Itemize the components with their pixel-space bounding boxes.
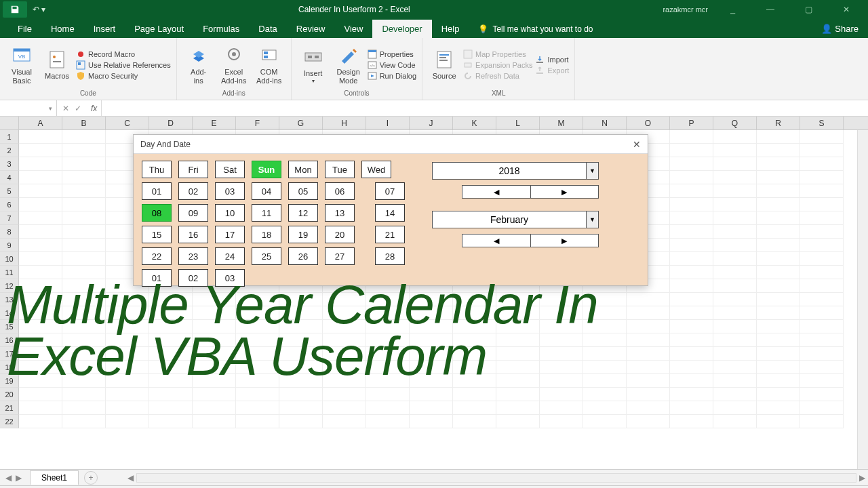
visual-basic-button[interactable]: VB Visual Basic (5, 41, 38, 89)
row-header[interactable]: 3 (0, 157, 19, 171)
tab-insert[interactable]: Insert (84, 20, 125, 38)
share-button[interactable]: 👤 Share (812, 20, 868, 38)
row-header[interactable]: 2 (0, 144, 19, 157)
sheet-nav-next-icon[interactable]: ▶ (16, 473, 22, 483)
tab-formulas[interactable]: Formulas (193, 20, 249, 38)
add-sheet-button[interactable]: + (84, 471, 98, 485)
column-header[interactable]: O (627, 117, 670, 129)
calendar-date-cell[interactable]: 24 (215, 247, 245, 265)
calendar-date-cell[interactable]: 05 (288, 182, 318, 200)
column-header[interactable]: R (757, 117, 800, 129)
cancel-icon[interactable]: ✕ (62, 104, 69, 113)
tab-data[interactable]: Data (249, 20, 286, 38)
relative-refs-button[interactable]: Use Relative References (76, 60, 171, 70)
row-header[interactable]: 5 (0, 184, 19, 198)
com-addins-button[interactable]: COM Add-ins (253, 41, 285, 89)
vertical-scrollbar[interactable] (857, 130, 868, 469)
column-header[interactable]: N (583, 117, 627, 129)
calendar-date-cell[interactable]: 09 (178, 204, 208, 222)
tab-help[interactable]: Help (432, 20, 469, 38)
calendar-date-cell[interactable]: 08 (142, 204, 172, 222)
record-macro-button[interactable]: Record Macro (76, 49, 171, 59)
macros-button[interactable]: Macros (41, 41, 73, 89)
view-code-button[interactable]: </>View Code (368, 60, 416, 70)
macro-security-button[interactable]: Macro Security (76, 71, 171, 81)
calendar-date-cell[interactable]: 16 (178, 226, 208, 243)
qat-undo-icon[interactable]: ↶ ▾ (33, 5, 45, 14)
userform-titlebar[interactable]: Day And Date ✕ (134, 135, 648, 154)
year-prev-button[interactable]: ◀ (462, 185, 531, 199)
design-mode-button[interactable]: Design Mode (332, 41, 365, 89)
calendar-date-cell[interactable]: 12 (288, 204, 318, 222)
tell-me[interactable]: 💡 Tell me what you want to do (469, 20, 602, 38)
column-header[interactable]: S (800, 117, 844, 129)
column-header[interactable]: G (279, 117, 323, 129)
minimize-icon[interactable]: — (757, 0, 784, 19)
calendar-date-cell[interactable]: 25 (252, 247, 281, 265)
calendar-date-cell[interactable]: 10 (215, 204, 245, 222)
calendar-date-cell[interactable]: 06 (325, 182, 355, 200)
column-header[interactable]: P (670, 117, 713, 129)
source-button[interactable]: Source (428, 41, 460, 89)
calendar-date-cell[interactable]: 26 (288, 247, 318, 265)
month-prev-button[interactable]: ◀ (462, 234, 531, 247)
tab-home[interactable]: Home (41, 20, 84, 38)
tab-view[interactable]: View (334, 20, 372, 38)
ribbon-options-icon[interactable]: ⎯ (719, 0, 746, 19)
row-header[interactable]: 9 (0, 239, 19, 252)
calendar-date-cell[interactable]: 22 (142, 247, 172, 265)
calendar-date-cell[interactable]: 20 (325, 226, 355, 243)
year-next-button[interactable]: ▶ (531, 185, 599, 199)
row-header[interactable]: 22 (0, 415, 19, 428)
tab-page-layout[interactable]: Page Layout (125, 20, 193, 38)
userform-close-icon[interactable]: ✕ (633, 139, 641, 150)
column-header[interactable]: D (149, 117, 193, 129)
enter-icon[interactable]: ✓ (75, 104, 81, 113)
calendar-date-cell[interactable]: 15 (142, 226, 172, 243)
column-header[interactable]: C (106, 117, 149, 129)
row-header[interactable]: 6 (0, 198, 19, 211)
row-header[interactable]: 4 (0, 171, 19, 184)
insert-button[interactable]: Insert ▾ (297, 41, 330, 89)
row-header[interactable]: 21 (0, 401, 19, 415)
horizontal-scrollbar[interactable]: ◀ ▶ (125, 473, 868, 483)
formula-input[interactable] (101, 100, 868, 116)
tab-developer[interactable]: Developer (372, 20, 431, 38)
column-header[interactable]: A (19, 117, 62, 129)
calendar-date-cell[interactable]: 01 (142, 182, 172, 200)
row-header[interactable]: 8 (0, 225, 19, 239)
tab-file[interactable]: File (8, 20, 41, 38)
calendar-date-cell[interactable]: 21 (375, 226, 405, 243)
calendar-date-cell[interactable]: 13 (325, 204, 355, 222)
column-header[interactable]: Q (713, 117, 757, 129)
row-header[interactable]: 20 (0, 388, 19, 401)
fx-label[interactable]: fx (87, 104, 101, 113)
save-button[interactable] (3, 1, 27, 18)
row-header[interactable]: 1 (0, 130, 19, 144)
excel-addins-button[interactable]: Excel Add-ins (218, 41, 250, 89)
select-all-corner[interactable] (0, 117, 19, 129)
calendar-date-cell[interactable]: 14 (375, 204, 405, 222)
calendar-date-cell[interactable]: 03 (215, 182, 245, 200)
month-combo[interactable]: February ▼ (432, 211, 599, 228)
import-button[interactable]: Import (535, 55, 569, 64)
month-next-button[interactable]: ▶ (531, 234, 599, 247)
row-header[interactable]: 10 (0, 252, 19, 266)
column-header[interactable]: M (540, 117, 583, 129)
column-header[interactable]: L (496, 117, 540, 129)
calendar-date-cell[interactable]: 28 (375, 247, 405, 265)
calendar-date-cell[interactable]: 27 (325, 247, 355, 265)
user-name[interactable]: razakmcr mcr (663, 5, 708, 14)
sheet-tab-sheet1[interactable]: Sheet1 (30, 470, 79, 485)
column-header[interactable]: J (410, 117, 453, 129)
calendar-date-cell[interactable]: 23 (178, 247, 208, 265)
properties-button[interactable]: Properties (368, 49, 416, 59)
year-dropdown-icon[interactable]: ▼ (587, 162, 599, 180)
chevron-down-icon[interactable]: ▾ (49, 105, 52, 112)
column-header[interactable]: E (193, 117, 236, 129)
calendar-date-cell[interactable]: 02 (178, 182, 208, 200)
maximize-icon[interactable]: ▢ (795, 0, 822, 19)
close-icon[interactable]: ✕ (833, 0, 860, 19)
run-dialog-button[interactable]: Run Dialog (368, 71, 416, 81)
calendar-date-cell[interactable]: 17 (215, 226, 245, 243)
